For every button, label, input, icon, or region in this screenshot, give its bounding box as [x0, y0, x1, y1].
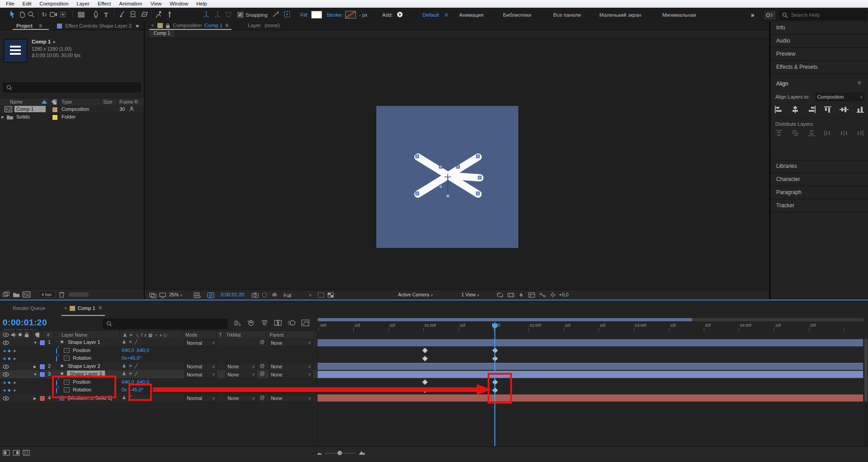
- flowchart-button-icon[interactable]: [539, 292, 546, 298]
- next-keyframe-icon[interactable]: ▶: [14, 381, 16, 385]
- tab-effect-controls[interactable]: Effect Controls Shape Layer 3: [65, 23, 132, 29]
- align-left-button[interactable]: [774, 106, 783, 113]
- zoom-in-mountain-icon[interactable]: [358, 450, 365, 455]
- layer-duration-bar[interactable]: [318, 363, 863, 370]
- timeline-panel-menu-icon[interactable]: ≡: [99, 305, 102, 310]
- camera-tool[interactable]: [50, 12, 57, 17]
- layer-row-shape1[interactable]: ▼ 1 ★ Shape Layer 1 ♟☀╱ Normal∨ @ None∨: [0, 338, 868, 347]
- composition-tab-close-icon[interactable]: ×: [151, 23, 154, 28]
- shy-layers-icon[interactable]: [261, 319, 269, 326]
- workspace-small-screen[interactable]: Маленький экран: [599, 12, 641, 18]
- distribute-vertical-center-button[interactable]: [791, 129, 800, 137]
- property-row-shape1-rotation[interactable]: ◀ ◆ ▶ ∿ Rotation 0x+45,0°: [0, 354, 868, 362]
- bit-depth-button[interactable]: 8 bpc: [38, 291, 55, 298]
- primary-viewer-icon[interactable]: [159, 292, 166, 298]
- tab-project[interactable]: Project: [16, 23, 33, 29]
- tab-render-queue[interactable]: Render Queue: [13, 305, 45, 311]
- reset-exposure-icon[interactable]: [550, 292, 556, 298]
- fill-swatch[interactable]: [311, 11, 322, 19]
- parent-dropdown[interactable]: None∨: [269, 339, 313, 347]
- sidebar-panel-0[interactable]: Info: [771, 22, 868, 35]
- timeline-button-icon[interactable]: [528, 292, 535, 298]
- hand-tool[interactable]: [19, 11, 26, 18]
- help-search-box[interactable]: [779, 10, 867, 20]
- zoom-slider-knob[interactable]: [337, 451, 342, 455]
- fast-previews-icon[interactable]: [518, 292, 524, 298]
- keyframe-diamond[interactable]: [422, 348, 428, 353]
- keyframe-diamond[interactable]: [422, 356, 428, 362]
- view-axis-mode-icon[interactable]: [224, 10, 232, 19]
- stopwatch-icon[interactable]: [56, 356, 57, 362]
- show-channel-icon[interactable]: [271, 292, 278, 298]
- always-preview-icon[interactable]: [149, 292, 157, 298]
- frame-blending-icon[interactable]: [274, 319, 282, 326]
- layer-row-shape3[interactable]: ▼ 3 ★ Shape Layer 3 ♟☀╱ Normal∨ None∨ @ …: [0, 370, 868, 378]
- project-flowchart-pill[interactable]: [69, 292, 89, 297]
- keyframe-diamond[interactable]: [492, 356, 498, 362]
- graph-icon[interactable]: ∿: [64, 356, 70, 361]
- layer-duration-bar[interactable]: [318, 339, 863, 347]
- label-swatch-tan[interactable]: [52, 107, 58, 113]
- snap-to-features-icon[interactable]: [284, 11, 290, 18]
- keyframe-toggle-icon[interactable]: ◆: [8, 356, 11, 361]
- align-right-button[interactable]: [807, 106, 816, 113]
- property-value[interactable]: 640,0 ,640,0: [122, 348, 149, 353]
- distribute-horizontal-center-button[interactable]: [840, 129, 849, 137]
- timeline-vertical-scrollbar[interactable]: [864, 338, 868, 446]
- draft-3d-icon[interactable]: [247, 319, 255, 327]
- distribute-left-button[interactable]: [823, 129, 832, 137]
- layer-switches[interactable]: ♟☀╱: [122, 339, 140, 344]
- new-composition-icon[interactable]: [23, 291, 30, 298]
- menu-2[interactable]: Composition: [35, 0, 72, 8]
- column-name[interactable]: Name: [10, 99, 23, 105]
- stroke-width-value[interactable]: - px: [359, 12, 367, 18]
- workspace-default[interactable]: Default: [422, 12, 439, 18]
- column-type[interactable]: Type: [62, 99, 72, 105]
- region-of-interest-icon[interactable]: [318, 292, 324, 298]
- trkmat-dropdown[interactable]: None∨: [225, 371, 257, 378]
- pen-tool[interactable]: [93, 10, 99, 19]
- property-name[interactable]: Rotation: [73, 355, 91, 361]
- grid-guide-options-icon[interactable]: [194, 292, 201, 298]
- rectangle-tool[interactable]: [78, 12, 85, 18]
- menu-3[interactable]: Layer: [72, 0, 94, 8]
- toggle-transfer-controls-icon[interactable]: [13, 450, 20, 456]
- mini-flowchart-icon[interactable]: [233, 319, 242, 327]
- sync-settings-icon[interactable]: [764, 10, 776, 20]
- disclosure-triangle-icon[interactable]: ▶: [33, 365, 36, 369]
- folder-disclosure-icon[interactable]: ▶: [1, 115, 4, 119]
- column-t[interactable]: T: [219, 332, 222, 338]
- composition-canvas[interactable]: [145, 37, 769, 290]
- trash-icon[interactable]: [59, 291, 65, 298]
- viewer-panel-menu-icon[interactable]: ≡: [225, 23, 228, 28]
- prev-keyframe-icon[interactable]: ◀: [3, 349, 5, 353]
- column-mode[interactable]: Mode: [185, 332, 197, 338]
- layer-color-swatch[interactable]: [39, 340, 45, 346]
- project-panel-menu-icon[interactable]: ≡: [39, 23, 42, 29]
- column-frame-rate[interactable]: Frame R: [119, 99, 138, 105]
- workspace-libraries[interactable]: Библиотеки: [503, 12, 531, 18]
- column-number[interactable]: #: [47, 332, 50, 338]
- composition-tab-label[interactable]: Composition: [173, 23, 202, 28]
- parent-dropdown[interactable]: None∨: [269, 363, 313, 371]
- viewer-timecode[interactable]: 0:00:01:20: [221, 292, 244, 297]
- disclosure-triangle-icon[interactable]: ▶: [33, 396, 36, 400]
- selection-tool[interactable]: [9, 10, 16, 19]
- workspace-overflow-chevron[interactable]: »: [751, 11, 754, 19]
- mask-visibility-icon[interactable]: [207, 292, 214, 298]
- graph-editor-icon[interactable]: [301, 319, 309, 326]
- keyframe-toggle-icon[interactable]: ◆: [8, 380, 11, 385]
- align-panel-menu-icon[interactable]: ≡: [858, 80, 861, 86]
- trkmat-dropdown[interactable]: None∨: [225, 363, 257, 371]
- sidebar-panel-3[interactable]: Tracker: [771, 200, 868, 213]
- keyframe-toggle-icon[interactable]: ◆: [8, 348, 11, 353]
- column-parent[interactable]: Parent: [270, 332, 284, 338]
- timeline-search-box[interactable]: [103, 319, 228, 329]
- new-folder-icon[interactable]: [13, 291, 20, 298]
- keyframe-diamond[interactable]: [492, 348, 498, 353]
- distribute-top-button[interactable]: [774, 129, 783, 137]
- menu-1[interactable]: Edit: [19, 0, 36, 8]
- current-timecode[interactable]: 0:00:01:20: [3, 318, 47, 328]
- project-search-input[interactable]: [15, 83, 139, 91]
- property-value-prefix[interactable]: 0x: [122, 387, 127, 392]
